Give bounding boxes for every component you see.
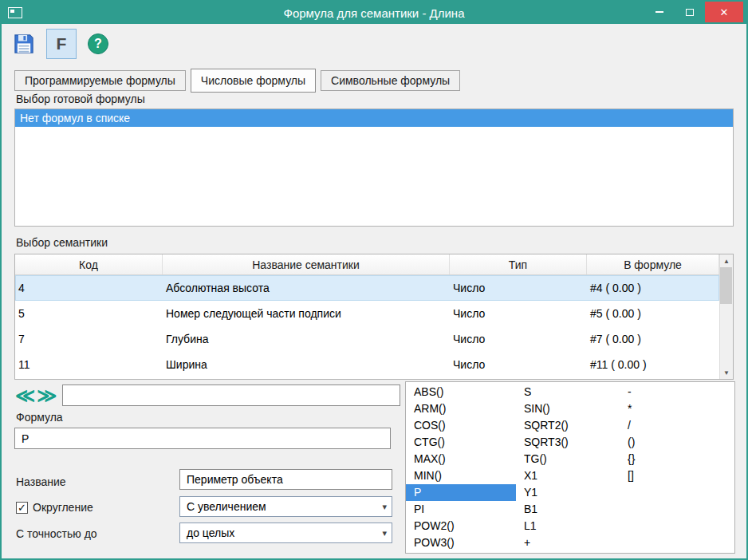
function-item[interactable]: * [620,400,734,417]
rounding-checkbox[interactable]: ✓ [16,502,28,514]
tab-symbolic-formulas[interactable]: Символьные формулы [321,70,460,91]
insert-input[interactable] [62,385,400,406]
help-icon: ? [94,37,102,51]
table-row[interactable]: 11 Ширина Число #11 ( 0.00 ) [15,352,719,377]
dialog-window: Формула для семантики - Длина ✕ F ? [0,0,748,560]
cell-type: Число [450,282,587,294]
function-item[interactable]: POW2() [406,518,516,534]
check-icon: ✓ [18,503,26,513]
column-header-name: Название семантики [163,254,450,274]
formula-label: Формула [16,411,63,424]
toolbar: F ? [2,24,746,64]
functions-row: COS() SQRT2() / [406,417,734,434]
scroll-up-icon[interactable]: ▲ [720,254,733,267]
titlebar: Формула для семантики - Длина ✕ [2,2,746,24]
insert-controls: ≪ ≫ [14,385,400,406]
save-button[interactable] [13,33,35,55]
functions-row: CTG() SQRT3() () [406,434,734,451]
minimize-icon [655,11,663,13]
function-item[interactable]: B1 [516,501,620,518]
ready-formulas-label: Выбор готовой формулы [16,93,145,105]
function-item[interactable]: PI [406,501,516,518]
save-icon [13,33,35,55]
vertical-scrollbar[interactable]: ▲ ▼ [719,254,733,379]
rounding-mode-dropdown[interactable]: С увеличением ▾ [179,496,392,517]
close-icon: ✕ [720,6,729,18]
precision-dropdown[interactable]: до целых ▾ [179,523,392,543]
table-header: Код Название семантики Тип В формуле [15,254,719,275]
function-item[interactable]: ABS() [406,384,516,400]
function-item[interactable]: / [620,417,734,434]
function-item[interactable]: [] [620,467,734,484]
maximize-button[interactable] [675,2,705,22]
function-item[interactable]: TG() [516,451,620,467]
functions-row: P Y1 [406,484,734,501]
formula-input[interactable] [14,428,391,449]
scroll-track[interactable] [720,267,733,366]
table-row[interactable]: 4 Абсолютная высота Число #4 ( 0.00 ) [15,275,719,301]
cell-name: Ширина [163,358,450,371]
cell-code: 5 [15,307,163,320]
table-row[interactable]: 7 Глубина Число #7 ( 0.00 ) [15,326,719,352]
table-row[interactable]: 5 Номер следующей части подписи Число #5… [15,301,719,326]
function-item[interactable]: COS() [406,417,516,434]
minimize-button[interactable] [644,2,675,22]
close-button[interactable]: ✕ [705,2,743,22]
rounding-label: Округление [33,501,93,514]
tab-numeric-formulas[interactable]: Числовые формулы [191,69,316,93]
function-item[interactable] [620,534,734,551]
chevron-right-icon: ≫ [37,385,57,406]
functions-row: ABS() S - [406,384,734,400]
function-item[interactable] [620,518,734,534]
scroll-down-icon[interactable]: ▼ [720,366,733,379]
function-item[interactable] [620,484,734,501]
formula-mode-button[interactable]: F [46,29,77,59]
function-item[interactable]: Y1 [516,484,620,501]
function-item[interactable]: {} [620,451,734,467]
name-input[interactable] [179,469,392,490]
function-item[interactable]: ARM() [406,400,516,417]
insert-left-button[interactable]: ≪ [14,385,36,406]
function-item[interactable]: MAX() [406,451,516,467]
cell-name: Глубина [163,333,450,345]
function-item[interactable]: CTG() [406,434,516,451]
chevron-left-icon: ≪ [15,385,35,406]
function-item[interactable]: SIN() [516,400,620,417]
function-item[interactable] [620,501,734,518]
chevron-down-icon: ▾ [382,528,387,538]
cell-name: Абсолютная высота [163,282,450,294]
ready-formulas-listbox: Нет формул в списке [14,108,734,227]
cell-code: 4 [15,282,163,294]
function-item[interactable]: - [620,384,734,400]
function-item[interactable]: + [516,534,620,551]
function-item[interactable]: MIN() [406,467,516,484]
function-item[interactable]: X1 [516,467,620,484]
help-button[interactable]: ? [88,34,108,54]
name-label: Название [16,475,66,488]
cell-formula: #11 ( 0.00 ) [587,358,719,371]
tab-label: Программируемые формулы [25,74,175,87]
precision-value: до целых [187,526,234,539]
scroll-thumb[interactable] [720,267,732,304]
list-item[interactable]: Нет формул в списке [15,109,733,127]
function-item[interactable]: () [620,434,734,451]
function-item[interactable]: POW3() [406,534,516,551]
column-header-type: Тип [450,254,587,274]
function-item[interactable]: SQRT3() [516,434,620,451]
precision-label: С точностью до [16,527,97,540]
function-item[interactable]: S [516,384,620,400]
function-item[interactable]: L1 [516,518,620,534]
semantics-table: Код Название семантики Тип В формуле 4 А… [14,254,734,380]
tab-label: Числовые формулы [201,74,305,87]
function-item-selected[interactable]: P [406,484,516,501]
functions-row: POW3() + [406,534,734,551]
function-item[interactable]: SQRT2() [516,417,620,434]
tab-programmable-formulas[interactable]: Программируемые формулы [14,70,186,91]
functions-row: MAX() TG() {} [406,451,734,467]
tab-label: Символьные формулы [331,74,450,87]
cell-formula: #4 ( 0.00 ) [587,282,719,294]
insert-right-button[interactable]: ≫ [36,385,57,406]
chevron-down-icon: ▾ [382,502,387,512]
cell-code: 7 [15,333,163,345]
window-title: Формула для семантики - Длина [2,6,746,20]
